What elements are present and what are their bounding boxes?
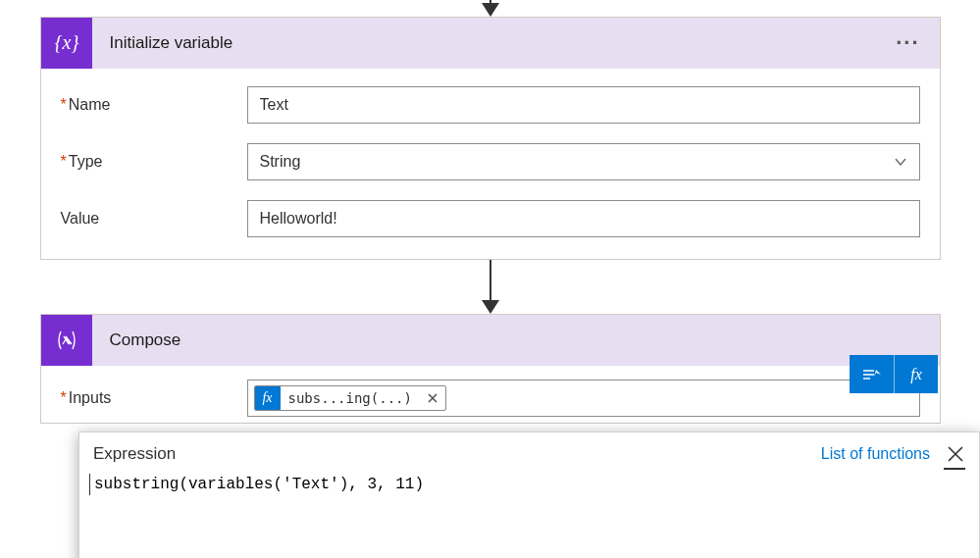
card-title: Initialize variable (110, 33, 877, 53)
value-label: Value (61, 210, 247, 228)
type-label: *Type (61, 153, 247, 171)
value-input[interactable] (247, 200, 920, 237)
expression-token[interactable]: fx subs...ing(...) (254, 385, 446, 411)
compose-icon (41, 315, 92, 366)
inputs-label: *Inputs (61, 389, 247, 407)
card-header[interactable]: Compose fx (41, 315, 940, 366)
token-remove-icon[interactable] (420, 391, 445, 405)
flow-connector-top (39, 0, 941, 17)
more-options-button[interactable]: ··· (876, 30, 939, 56)
token-label: subs...ing(...) (281, 390, 420, 406)
action-card-initialize-variable: {x} Initialize variable ··· *Name *Type … (40, 17, 941, 260)
fx-icon: fx (255, 385, 281, 411)
card-header[interactable]: {x} Initialize variable ··· (41, 18, 940, 69)
expression-button[interactable]: fx (894, 355, 938, 393)
svg-text:fx: fx (910, 366, 922, 383)
type-select[interactable]: String (247, 143, 920, 180)
expression-panel-title: Expression (93, 444, 821, 464)
inputs-field[interactable]: fx subs...ing(...) (247, 380, 920, 417)
action-card-compose: Compose fx *Inputs (40, 314, 941, 424)
dynamic-content-button[interactable] (850, 355, 894, 393)
chevron-down-icon (894, 155, 907, 169)
expression-input[interactable] (89, 474, 965, 495)
list-of-functions-link[interactable]: List of functions (821, 445, 930, 463)
card-title: Compose (110, 330, 940, 350)
dynamic-content-toolbar: fx (850, 355, 938, 393)
name-label: *Name (61, 96, 247, 114)
type-select-value: String (260, 153, 301, 171)
expression-panel: Expression List of functions (78, 431, 980, 558)
close-icon[interactable] (946, 444, 965, 464)
svg-text:{x}: {x} (54, 31, 78, 53)
name-input[interactable] (247, 86, 920, 124)
flow-connector-middle (39, 260, 941, 314)
variable-icon: {x} (41, 18, 92, 69)
